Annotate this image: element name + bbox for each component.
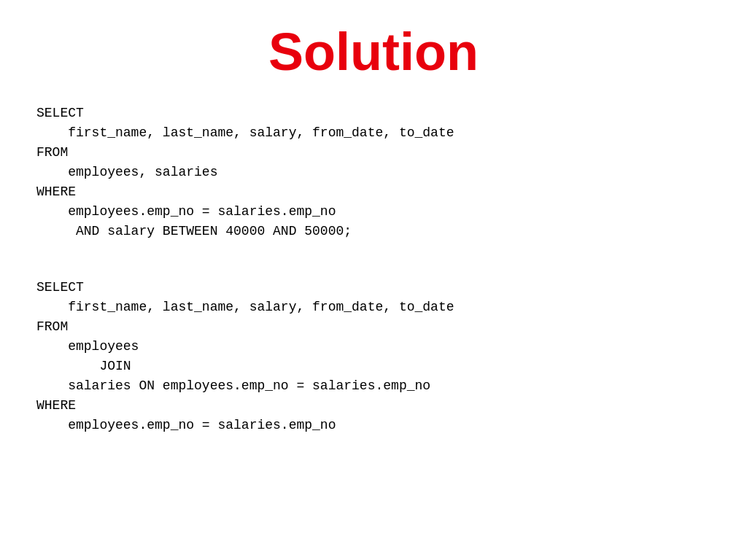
code-line-2-5: JOIN bbox=[36, 359, 131, 373]
code-line-2-8: employees.emp_no = salaries.emp_no bbox=[36, 418, 336, 432]
spacer bbox=[36, 263, 711, 278]
code-line-2-4: employees bbox=[36, 339, 139, 354]
code-line-2-1: SELECT bbox=[36, 280, 84, 295]
code-line-1-3: FROM bbox=[36, 145, 68, 160]
page: Solution SELECT first_name, last_name, s… bbox=[0, 0, 747, 560]
code-block-2: SELECT first_name, last_name, salary, fr… bbox=[36, 278, 711, 435]
code-line-2-7: WHERE bbox=[36, 398, 76, 413]
code-line-1-5: WHERE bbox=[36, 184, 76, 199]
code-line-1-1: SELECT bbox=[36, 106, 84, 120]
code-line-1-2: first_name, last_name, salary, from_date… bbox=[36, 125, 454, 140]
code-line-2-3: FROM bbox=[36, 319, 68, 334]
code-block-1: SELECT first_name, last_name, salary, fr… bbox=[36, 104, 711, 241]
code-line-1-4: employees, salaries bbox=[36, 165, 217, 179]
page-title: Solution bbox=[36, 22, 711, 82]
code-line-2-6: salaries ON employees.emp_no = salaries.… bbox=[36, 378, 430, 393]
code-line-1-7: AND salary BETWEEN 40000 AND 50000; bbox=[36, 224, 352, 238]
code-line-1-6: employees.emp_no = salaries.emp_no bbox=[36, 204, 336, 219]
code-line-2-2: first_name, last_name, salary, from_date… bbox=[36, 300, 454, 314]
